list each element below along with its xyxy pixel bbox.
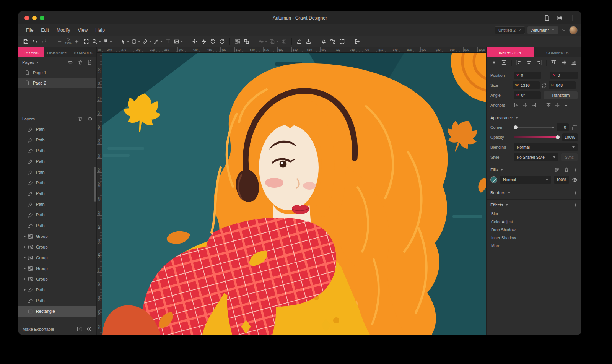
notifications-button[interactable] [319, 37, 328, 47]
disclosure-triangle-icon[interactable] [24, 289, 26, 291]
boolean-button[interactable] [269, 37, 279, 47]
dropdown-caret-icon[interactable] [138, 41, 140, 42]
distribute-horizontal-icon[interactable] [491, 60, 497, 65]
effect-row[interactable]: Blur [487, 210, 581, 218]
add-border-icon[interactable] [573, 191, 578, 195]
export-asset-button[interactable] [304, 37, 313, 47]
add-effect-icon[interactable] [573, 203, 578, 207]
page-row[interactable]: Page 2 [18, 78, 96, 88]
dropdown-caret-icon[interactable] [149, 41, 151, 42]
add-effect-icon[interactable] [573, 212, 577, 216]
add-effect-icon[interactable] [573, 220, 577, 224]
flip-horizontal-button[interactable] [190, 37, 199, 47]
dropdown-caret-icon[interactable] [127, 41, 129, 42]
delete-fill-icon[interactable] [564, 167, 569, 172]
add-page-icon[interactable] [87, 60, 93, 65]
close-tab-icon[interactable] [518, 29, 521, 32]
slice-export-icon[interactable] [76, 326, 82, 332]
layer-row[interactable]: Rectangle [18, 306, 96, 317]
delete-page-icon[interactable] [78, 60, 83, 65]
effects-header[interactable]: Effects [487, 200, 581, 210]
add-effect-icon[interactable] [573, 244, 577, 248]
transform-button[interactable]: Transform [544, 91, 578, 99]
layer-row[interactable]: Path [18, 167, 96, 177]
document-tab[interactable]: Untitled-2 [495, 26, 525, 34]
borders-header[interactable]: Borders [487, 188, 581, 197]
corner-radius-icon[interactable] [571, 124, 578, 130]
snap-button[interactable] [102, 37, 113, 47]
layer-row[interactable]: Group [18, 274, 96, 284]
layer-row[interactable]: Path [18, 295, 96, 306]
add-export-icon[interactable] [86, 326, 92, 332]
align-center-horizontal-icon[interactable] [526, 60, 532, 65]
canvas-artwork[interactable] [102, 53, 486, 335]
blending-select[interactable]: Normal [514, 143, 578, 151]
vertical-ruler[interactable]: 1501802102402703003303603904204504805105… [97, 53, 102, 335]
user-avatar[interactable] [569, 26, 578, 34]
align-middle-icon[interactable] [561, 60, 567, 65]
mask-button[interactable] [280, 37, 288, 47]
zoom-out-button[interactable] [55, 37, 64, 47]
x-position-field[interactable]: X 0 [514, 72, 541, 79]
anchor-right-icon[interactable] [531, 102, 537, 108]
layer-row[interactable]: Group [18, 242, 96, 252]
fill-visibility-icon[interactable] [572, 177, 578, 183]
menu-item[interactable]: File [22, 28, 37, 33]
import-button[interactable] [295, 37, 304, 47]
rotate-cw-button[interactable] [218, 37, 226, 47]
dropdown-caret-icon[interactable] [160, 41, 163, 42]
group-button[interactable] [233, 37, 242, 47]
zoom-in-button[interactable] [73, 37, 81, 47]
align-bottom-icon[interactable] [571, 60, 577, 65]
flatten-layer-icon[interactable] [87, 116, 93, 122]
menu-item[interactable]: Edit [37, 28, 53, 33]
layer-row[interactable]: Path [18, 177, 96, 188]
layer-row[interactable]: Path [18, 188, 96, 199]
effect-row[interactable]: More [487, 242, 581, 250]
chevron-down-icon[interactable] [36, 62, 39, 63]
width-field[interactable]: W 1316 [513, 81, 540, 89]
chevron-down-icon[interactable] [562, 28, 566, 32]
pointer-tool-button[interactable] [119, 37, 130, 47]
kebab-menu-icon[interactable] [569, 15, 575, 21]
fit-canvas-button[interactable] [82, 37, 91, 47]
horizontal-ruler[interactable]: 2402703003303603904204504805105405706006… [102, 47, 486, 53]
zoom-tool-button[interactable] [91, 37, 102, 47]
dropdown-caret-icon[interactable] [265, 41, 267, 42]
knife-tool-button[interactable] [153, 37, 163, 47]
panel-tab[interactable]: SYMBOLS [70, 47, 96, 57]
effect-row[interactable]: Inner Shadow [487, 234, 581, 242]
anchor-middle-icon[interactable] [555, 102, 560, 108]
layer-row[interactable]: Group [18, 231, 96, 242]
appearance-header[interactable]: Appearance [487, 113, 581, 122]
shape-tool-button[interactable] [130, 37, 141, 47]
close-window-button[interactable] [24, 16, 29, 20]
ungroup-button[interactable] [242, 37, 251, 47]
y-position-field[interactable]: Y 0 [550, 72, 578, 79]
fills-header[interactable]: Fills [487, 165, 581, 174]
fill-blend-select[interactable]: Normal [500, 176, 551, 184]
disclosure-triangle-icon[interactable] [24, 267, 26, 270]
rotate-ccw-button[interactable] [208, 37, 217, 47]
opacity-slider[interactable] [514, 133, 560, 141]
menu-item[interactable]: View [74, 28, 91, 33]
undo-button[interactable] [31, 37, 39, 47]
layer-row[interactable]: Path [18, 124, 96, 135]
panel-tab[interactable]: COMMENTS [534, 47, 581, 57]
rotation-field[interactable]: R 0° [514, 91, 541, 99]
dropdown-caret-icon[interactable] [276, 41, 278, 42]
anchor-top-icon[interactable] [546, 102, 551, 108]
layer-row[interactable]: Path [18, 135, 96, 145]
corner-value-field[interactable]: 0 [557, 123, 569, 131]
disclosure-triangle-icon[interactable] [24, 246, 26, 248]
dropdown-caret-icon[interactable] [181, 41, 183, 42]
shared-style-select[interactable]: No Shared Style [514, 153, 558, 161]
anchor-bottom-icon[interactable] [563, 102, 569, 108]
effect-row[interactable]: Drop Shadow [487, 226, 581, 234]
layer-row[interactable]: Group [18, 252, 96, 263]
redo-button[interactable] [40, 37, 49, 47]
disclosure-triangle-icon[interactable] [24, 278, 26, 280]
selection-button[interactable] [338, 37, 347, 47]
text-tool-button[interactable] [164, 37, 173, 47]
close-tab-icon[interactable] [552, 29, 555, 32]
